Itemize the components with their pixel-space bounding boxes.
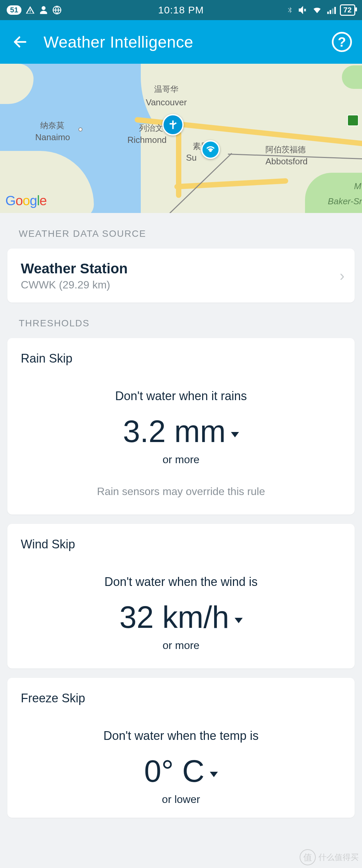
rain-skip-card: Rain Skip Don't water when it rains 3.2 … (7, 338, 355, 515)
weather-station-title: Weather Station (21, 260, 341, 277)
status-bar: 51 10:18 PM 72 (0, 0, 362, 20)
weather-station-sub: CWWK (29.29 km) (21, 279, 341, 291)
status-left: 51 (7, 5, 62, 15)
section-label-source: WEATHER DATA SOURCE (0, 213, 362, 249)
freeze-skip-line: Don't water when the temp is (21, 729, 341, 743)
map-label-surrey-en: Su (186, 153, 197, 163)
watermark-text: 什么值得买 (319, 852, 359, 863)
rain-skip-note: Rain sensors may override this rule (21, 485, 341, 498)
map-pin-primary[interactable] (162, 114, 184, 135)
bluetooth-icon (286, 5, 294, 15)
back-button[interactable] (10, 32, 30, 52)
map-label-richmond-en: Richmond (127, 135, 167, 145)
volume-icon (298, 5, 308, 15)
person-icon (39, 5, 48, 15)
wind-skip-card: Wind Skip Don't water when the wind is 3… (7, 524, 355, 669)
warning-icon (26, 5, 35, 15)
notification-count-badge: 51 (7, 5, 22, 15)
map-label-abbotsford-en: Abbotsford (265, 156, 308, 167)
freeze-skip-title: Freeze Skip (21, 691, 341, 705)
watermark: 值 什么值得买 (300, 849, 359, 865)
wind-skip-title: Wind Skip (21, 537, 341, 551)
svg-rect-4 (334, 7, 336, 14)
app-header: Weather Intelligence ? (0, 20, 362, 64)
map-label-richmond-cn: 列治文 (139, 123, 163, 133)
map-area[interactable]: 温哥华 Vancouver 列治文 Richmond 素里 Su 纳奈莫 Nan… (0, 64, 362, 213)
map-label-nanaimo-cn: 纳奈莫 (40, 120, 64, 131)
wind-skip-value-picker[interactable]: 32 km/h (21, 602, 341, 632)
wind-skip-line: Don't water when the wind is (21, 575, 341, 589)
map-label-vancouver-en: Vancouver (146, 97, 187, 108)
page-title: Weather Intelligence (43, 33, 193, 51)
wifi-icon (312, 5, 323, 15)
caret-down-icon (231, 432, 239, 437)
rain-skip-value: 3.2 mm (123, 416, 226, 447)
rain-skip-value-picker[interactable]: 3.2 mm (21, 416, 341, 447)
map-label-baker: Baker-Sn (328, 196, 362, 207)
rain-skip-line: Don't water when it rains (21, 389, 341, 403)
chevron-right-icon: › (339, 267, 344, 284)
battery-level: 72 (340, 4, 355, 16)
svg-rect-1 (327, 12, 329, 14)
freeze-skip-value: 0° C (144, 756, 204, 786)
caret-down-icon (235, 618, 243, 623)
weather-station-row[interactable]: Weather Station CWWK (29.29 km) › (7, 249, 355, 303)
watermark-coin: 值 (300, 849, 316, 865)
svg-rect-3 (332, 8, 333, 14)
map-label-abbotsford-cn: 阿伯茨福德 (265, 144, 306, 155)
map-provider-logo: Google (5, 193, 46, 208)
map-label-vancouver-cn: 温哥华 (154, 84, 178, 95)
rain-skip-title: Rain Skip (21, 351, 341, 366)
status-right: 72 (286, 4, 355, 16)
rain-skip-sub: or more (21, 454, 341, 466)
freeze-skip-card: Freeze Skip Don't water when the temp is… (7, 678, 355, 818)
map-label-nanaimo-en: Nanaimo (35, 132, 70, 143)
wind-skip-value: 32 km/h (119, 602, 229, 632)
freeze-skip-value-picker[interactable]: 0° C (21, 756, 341, 786)
svg-rect-2 (329, 10, 331, 14)
section-label-thresholds: THRESHOLDS (0, 303, 362, 338)
map-pin-station[interactable] (201, 140, 220, 159)
caret-down-icon (210, 772, 218, 777)
wind-skip-sub: or more (21, 639, 341, 652)
freeze-skip-sub: or lower (21, 793, 341, 806)
signal-icon (326, 5, 336, 15)
globe-icon (52, 5, 62, 15)
help-button[interactable]: ? (332, 32, 352, 52)
status-time: 10:18 PM (158, 4, 204, 16)
map-label-m: M (354, 181, 361, 191)
